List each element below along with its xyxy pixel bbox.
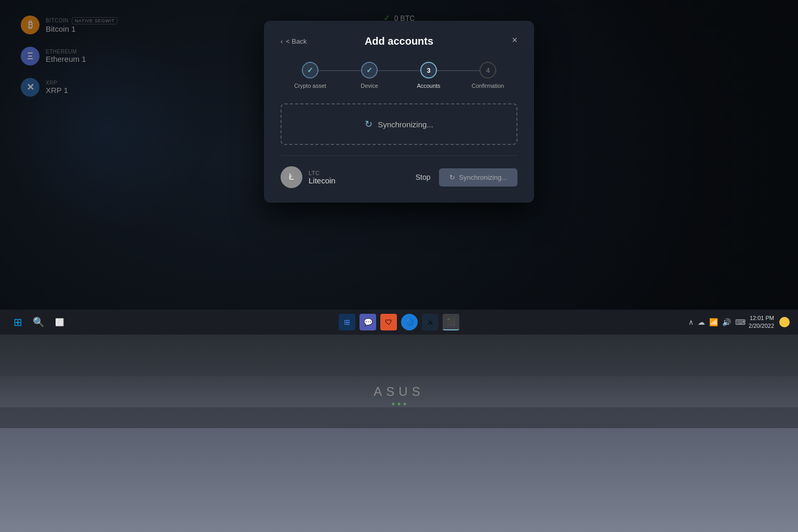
taskbar: ⊞ 🔍 ⬜ ⊞ 💬 🛡 🔵 ⚔ ⬛ ∧ ☁ 📶	[0, 310, 798, 335]
stop-button[interactable]: Stop	[416, 173, 431, 181]
stepper: ✓ Crypto asset ✓ Device 3 Accounts 4	[281, 62, 517, 89]
desk-surface	[0, 428, 798, 532]
screen-dot	[404, 403, 406, 405]
search-taskbar-icon: 🔍	[33, 316, 44, 328]
step-label-4: Confirmation	[472, 83, 504, 89]
windows-logo-icon: ⊞	[14, 316, 22, 328]
taskbar-left: ⊞ 🔍 ⬜	[8, 313, 69, 331]
widget-board-icon: ⊞	[344, 318, 350, 326]
sync-spinner-icon: ↻	[365, 118, 373, 130]
taskbar-right: ∧ ☁ 📶 🔊 ⌨ 12:01 PM 2/20/2022	[688, 314, 790, 330]
app4-icon[interactable]: 🔵	[401, 314, 418, 330]
modal-footer: Ł LTC Litecoin Stop ↻ Synchronizing...	[281, 166, 517, 188]
task-view-button[interactable]: ⬜	[50, 313, 69, 331]
sync-spinner-small-icon: ↻	[449, 174, 455, 181]
step-accounts: 3 Accounts	[399, 62, 458, 89]
app4-logo-icon: 🔵	[406, 318, 414, 326]
ltc-icon: Ł	[281, 166, 302, 188]
currency-code: LTC	[309, 170, 336, 176]
add-accounts-modal: ‹ < Back Add accounts × ✓ Crypto asset ✓…	[264, 21, 534, 203]
task-view-icon: ⬜	[55, 318, 64, 326]
step-label-3: Accounts	[417, 83, 440, 89]
keyboard-icon: ⌨	[735, 318, 746, 326]
cloud-icon: ☁	[698, 318, 705, 326]
asus-logo: asus	[374, 384, 424, 399]
clock-time: 12:01 PM	[749, 314, 774, 322]
modal-divider	[281, 155, 517, 156]
brave-icon[interactable]: 🛡	[380, 314, 397, 330]
modal-header: ‹ < Back Add accounts ×	[281, 35, 517, 47]
checkmark-icon: ✓	[307, 66, 313, 74]
modal-overlay: ‹ < Back Add accounts × ✓ Crypto asset ✓…	[0, 0, 798, 312]
start-menu-button[interactable]: ⊞	[8, 313, 27, 331]
sync-text: Synchronizing...	[378, 120, 433, 129]
back-button[interactable]: ‹ < Back	[281, 37, 307, 45]
step-circle-2: ✓	[361, 62, 378, 78]
brave-logo-icon: 🛡	[385, 318, 392, 326]
sync-box: ↻ Synchronizing...	[281, 103, 517, 145]
step-label-2: Device	[361, 83, 378, 89]
currency-details: LTC Litecoin	[309, 170, 336, 185]
modal-title: Add accounts	[365, 35, 433, 47]
volume-icon: 🔊	[722, 318, 731, 326]
ledger-live-icon[interactable]: ⬛	[443, 314, 459, 330]
tray-chevron-icon[interactable]: ∧	[688, 318, 694, 326]
checkmark-icon-2: ✓	[366, 66, 373, 74]
currency-info: Ł LTC Litecoin	[281, 166, 336, 188]
screen-dot	[392, 403, 395, 405]
step-confirmation: 4 Confirmation	[458, 62, 517, 89]
step-circle-4: 4	[480, 62, 496, 78]
step-device: ✓ Device	[340, 62, 399, 89]
steam-logo-icon: ⚔	[427, 318, 434, 326]
teams-logo-icon: 💬	[364, 318, 373, 326]
screen-dot	[398, 403, 401, 405]
search-taskbar-button[interactable]: 🔍	[29, 313, 48, 331]
footer-actions: Stop ↻ Synchronizing...	[416, 168, 517, 187]
notification-circle	[779, 317, 790, 327]
sync-status-button: ↻ Synchronizing...	[439, 168, 518, 187]
step-crypto-asset: ✓ Crypto asset	[281, 62, 340, 89]
wifi-icon: 📶	[709, 318, 718, 326]
step-circle-3: 3	[420, 62, 437, 78]
screen-indicator-dots	[392, 403, 406, 405]
back-arrow-icon: ‹	[281, 37, 283, 45]
currency-name: Litecoin	[309, 176, 336, 185]
physical-area: asus ◂ Application is ready ▸ ledger	[0, 335, 798, 532]
system-tray: ∧ ☁ 📶 🔊 ⌨	[688, 318, 746, 326]
sync-content: ↻ Synchronizing...	[365, 118, 433, 130]
step-label-1: Crypto asset	[294, 83, 326, 89]
step-circle-1: ✓	[302, 62, 318, 78]
clock-date: 2/20/2022	[749, 322, 774, 330]
system-clock[interactable]: 12:01 PM 2/20/2022	[749, 314, 774, 330]
close-button[interactable]: ×	[512, 35, 517, 45]
teams-icon[interactable]: 💬	[360, 314, 376, 330]
steam-icon[interactable]: ⚔	[422, 314, 438, 330]
widget-icon[interactable]: ⊞	[339, 314, 355, 330]
taskbar-center: ⊞ 💬 🛡 🔵 ⚔ ⬛	[339, 314, 459, 330]
ledger-live-logo-icon: ⬛	[447, 318, 455, 326]
